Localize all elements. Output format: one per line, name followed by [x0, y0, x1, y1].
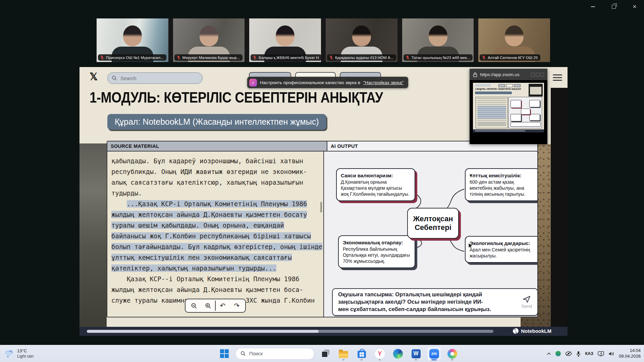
- node-body: Д.Қонаевтың орнына Қазақстанга мүлдем қа…: [341, 179, 411, 197]
- source-scrollbar[interactable]: [320, 202, 322, 213]
- mouse-cursor: [468, 243, 473, 251]
- rain-cloud-icon: [3, 349, 14, 359]
- participant-video[interactable]: Приозерск ОШ №1 Муратасил...: [97, 18, 168, 62]
- windows-logo-icon: [220, 349, 229, 358]
- taskbar-search-input[interactable]: [249, 351, 297, 357]
- prompt-text: Оқушыға тапсырма: Орталықтың шешімдері қ…: [338, 291, 493, 313]
- weather-condition: Light rain: [17, 354, 34, 359]
- mic-muted-icon: [176, 55, 181, 60]
- microsoft-store-button[interactable]: [355, 347, 369, 361]
- mindmap-node-national[interactable]: Ұлттық кемсітушілік: 600-ден астам қазақ…: [465, 168, 537, 201]
- language-indicator[interactable]: КАЗ: [585, 351, 593, 356]
- minimize-button[interactable]: [589, 3, 597, 10]
- participant-video[interactable]: Алтай Сатпенов КГУ ОШ 25: [478, 18, 550, 62]
- node-title: Экономикалық отарлау:: [343, 239, 411, 246]
- taskbar-search[interactable]: [235, 348, 314, 360]
- zoom-app-button[interactable]: [427, 347, 441, 361]
- student-task-prompt[interactable]: Оқушыға тапсырма: Орталықтың шешімдері қ…: [332, 288, 537, 316]
- node-title: Экологиялық дағдарыс:: [470, 240, 537, 247]
- close-button[interactable]: ✕: [631, 3, 639, 10]
- participant-name: Меруерт Маликова Бұқар жыр...: [182, 56, 240, 60]
- hamburger-menu-icon[interactable]: [553, 74, 562, 81]
- ai-output-pane[interactable]: Саяси валюнтаризм: Д.Қонаевтың орнына Қа…: [323, 152, 537, 317]
- source-line: ...Қазақ КСР-і Орталық Комитетінің Плену…: [107, 198, 323, 209]
- participant-name: Приозерск ОШ №1 Муратасил...: [106, 56, 164, 60]
- audio-quality-notification[interactable]: ♪ Настроить профессиональное качество зв…: [247, 77, 408, 88]
- weather-temp: 13°C: [17, 348, 34, 354]
- search-input[interactable]: [120, 75, 181, 81]
- start-button[interactable]: [217, 347, 231, 361]
- store-bag-icon: [358, 351, 366, 358]
- lock-icon: [473, 72, 477, 77]
- send-button[interactable]: Send: [521, 295, 532, 309]
- participant-name: Балқаш қ.ЖББ#6 мектебі Бухат Н: [259, 56, 319, 60]
- send-icon: [522, 295, 531, 303]
- source-material-header: SOURCE MATERIAL: [107, 141, 327, 151]
- tray-app-icon[interactable]: [555, 351, 561, 356]
- participant-video[interactable]: Қарқаралы ауданы #13 НОМ А...: [326, 18, 397, 62]
- zoom-toolbar: ↶ ↷: [185, 299, 246, 313]
- horizontal-scrollbar[interactable]: [87, 330, 493, 333]
- yandex-icon: [375, 349, 385, 359]
- node-title: Ұлттық кемсітушілік:: [470, 172, 535, 179]
- tray-mic-icon[interactable]: [576, 351, 581, 357]
- participant-video[interactable]: Балқаш қ.ЖББ#6 мектебі Бухат Н: [249, 18, 321, 62]
- right-dark-column: [551, 88, 568, 327]
- audio-settings-link[interactable]: "Настройках звука": [363, 80, 404, 85]
- mindmap-center-node[interactable]: Желтоқсан Себептері: [407, 208, 459, 239]
- scrollbar-thumb[interactable]: [87, 330, 319, 333]
- pip-url: https://app.zoom.us: [480, 72, 528, 77]
- center-node-line2: Себептері: [415, 223, 451, 232]
- mic-muted-icon: [329, 55, 333, 60]
- file-explorer-button[interactable]: [336, 347, 351, 361]
- source-line: байланысы жоқ Г.Колбин республиканың бір…: [107, 231, 323, 241]
- mindmap-node-economic[interactable]: Экономикалық отарлау: Республика байлығы…: [338, 235, 415, 268]
- x-logo-icon: 𝕏: [90, 72, 98, 82]
- slide-subtitle: Құрал: NotebookLM (Жасанды интеллектпен …: [107, 114, 326, 130]
- zoom-app-icon: [429, 349, 439, 359]
- pip-preview-window[interactable]: https://app.zoom.us 1-МОДУЛЬ: КӨТЕРІЛІС …: [470, 69, 547, 144]
- task-view-button[interactable]: [318, 347, 332, 361]
- participant-video[interactable]: Меруерт Маликова Бұқар жыр...: [173, 18, 245, 62]
- redo-button[interactable]: ↷: [230, 301, 244, 311]
- restore-button[interactable]: [610, 3, 618, 10]
- participant-name-pill: Татан ауылының №23 жбб мек...: [404, 54, 473, 61]
- participant-name: Алтай Сатпенов КГУ ОШ 25: [488, 56, 538, 60]
- source-line: жылдың желтоқсан айында Д.Қонаевты қызме…: [107, 209, 323, 220]
- participant-name-pill: Балқаш қ.ЖББ#6 мектебі Бухат Н: [251, 54, 321, 61]
- source-material-pane[interactable]: қабылдады. Бұл кадареў иозроншшмы, байсі…: [107, 152, 323, 317]
- mindmap-node-political[interactable]: Саяси валюнтаризм: Д.Қонаевтың орнына Қа…: [336, 168, 415, 201]
- mic-muted-icon: [100, 55, 104, 60]
- yandex-browser-button[interactable]: [373, 347, 387, 361]
- zoom-in-button[interactable]: [201, 301, 215, 311]
- zoom-out-button[interactable]: [187, 301, 201, 311]
- browser-search-pill[interactable]: [107, 72, 203, 84]
- weather-widget[interactable]: 13°C Light rain: [3, 345, 34, 362]
- presentation-footer: NotebookLM: [79, 327, 568, 336]
- participant-name-pill: Қарқаралы ауданы #13 НОМ А...: [327, 54, 396, 61]
- mindmap-node-ecological[interactable]: Экологиялық дағдарыс: Арал мен Семей қас…: [465, 236, 537, 263]
- participant-name-pill: Алтай Сатпенов КГУ ОШ 25: [480, 54, 540, 61]
- zoom-in-icon: [205, 303, 211, 309]
- search-icon: [112, 75, 117, 81]
- windows-taskbar: 13°C Light rain КАЗ: [0, 345, 644, 362]
- participant-video[interactable]: Татан ауылының №23 жбб мек...: [402, 18, 474, 62]
- center-node-line1: Желтоқсан: [413, 215, 453, 223]
- participant-name-pill: Приозерск ОШ №1 Муратасил...: [98, 54, 166, 61]
- source-line: қабылдады. Бұл кадареў иозроншшмы, байсі…: [107, 156, 323, 166]
- eye-hidden-icon[interactable]: [565, 351, 572, 356]
- node-body: Республика байлығының Орталыққа кетуі, а…: [343, 246, 411, 264]
- cast-screen-icon[interactable]: [598, 351, 604, 356]
- speaker-icon[interactable]: [608, 351, 614, 356]
- taskbar-clock[interactable]: 14:04 09.04.2026: [619, 348, 641, 359]
- notification-text: Настроить профессиональное качество звук…: [260, 80, 360, 85]
- chrome-icon: [447, 349, 457, 359]
- chrome-button[interactable]: [445, 347, 459, 361]
- tray-chevron-up-icon[interactable]: [547, 352, 551, 355]
- pip-slide-thumbnail: 1-МОДУЛЬ: КӨТЕРІЛІС СЕБЕПТЕРІН АНЫҚТАУ: [473, 83, 544, 132]
- word-button[interactable]: [409, 347, 423, 361]
- date-label: 09.04.2026: [619, 354, 641, 359]
- edge-button[interactable]: [391, 347, 405, 361]
- word-icon: [412, 349, 421, 358]
- undo-button[interactable]: ↶: [215, 301, 230, 311]
